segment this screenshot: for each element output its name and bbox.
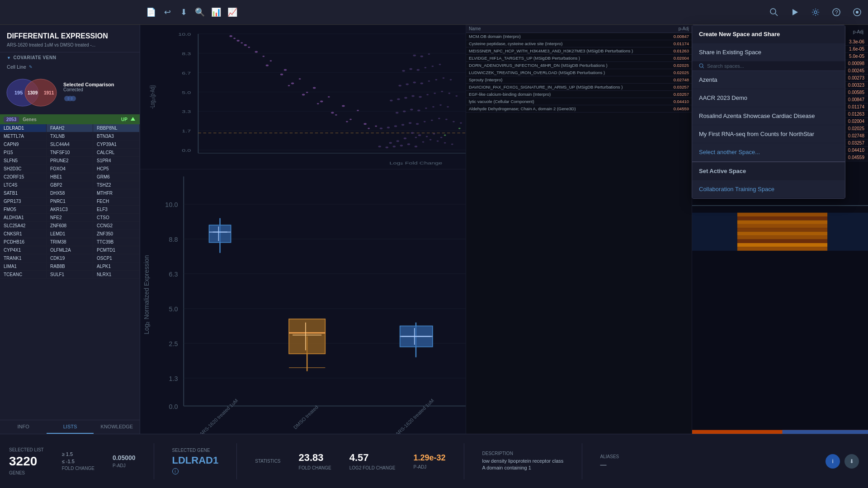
gene-cell[interactable]: SH2D3C xyxy=(0,165,47,173)
knowledge-row[interactable]: EGF-like calcium-binding domain (Interpr… xyxy=(466,91,692,98)
table-row[interactable]: GPR173 PNRC1 FECH xyxy=(0,197,140,206)
settings-icon[interactable] xyxy=(851,6,863,19)
gene-cell[interactable]: CALCRL xyxy=(93,149,140,156)
tab-lists[interactable]: LISTS xyxy=(47,420,93,434)
gene-cell[interactable]: CCNG2 xyxy=(93,222,140,230)
gene-cell[interactable]: HCP5 xyxy=(93,165,140,173)
download-icon[interactable]: ⬇ xyxy=(177,6,190,19)
gene-cell[interactable]: CAPN9 xyxy=(0,141,47,148)
knowledge-row[interactable]: ELVIDGE_HIF1A_TARGETS_UP (MSigDB Perturb… xyxy=(466,55,692,62)
gene-cell[interactable]: NLRX1 xyxy=(93,271,140,278)
table-row[interactable]: C2ORF15 HBE1 GRM6 xyxy=(0,173,140,181)
set-active-space-item[interactable]: Set Active Space xyxy=(692,161,845,180)
share-existing-space-item[interactable]: Share in Existing Space xyxy=(692,43,845,61)
graph-icon[interactable]: 📈 xyxy=(226,6,239,19)
table-row[interactable]: METTL7A TXLNB BTN3A3 xyxy=(0,132,140,141)
gene-cell[interactable]: LIMA1 xyxy=(0,263,47,270)
table-row[interactable]: LDLRAD1 FAAH2 RBBP8NL xyxy=(0,124,140,132)
collaboration-space-item[interactable]: Collaboration Training Space xyxy=(692,180,845,198)
gene-cell[interactable]: BTN3A3 xyxy=(93,132,140,140)
gene-cell[interactable]: FECH xyxy=(93,197,140,205)
gene-cell[interactable]: TXLNB xyxy=(47,132,93,140)
search-toolbar-icon[interactable] xyxy=(768,6,780,19)
knowledge-row[interactable]: MEISSNER_NPC_HCP_WITH_H3K4ME3_AND_H3K27M… xyxy=(466,47,692,55)
download-circle-icon[interactable]: ⬇ xyxy=(844,454,859,469)
gene-cell[interactable]: LEMD1 xyxy=(47,230,93,238)
gene-cell[interactable]: CYP4X1 xyxy=(0,246,47,254)
gene-cell[interactable]: PNRC1 xyxy=(47,197,93,205)
gene-cell[interactable]: SULF1 xyxy=(47,271,93,278)
space-rna-seq[interactable]: My First RNA-seq from Counts for NorthSt… xyxy=(692,125,845,143)
gene-cell[interactable]: TTC39B xyxy=(93,238,140,246)
gene-cell[interactable]: GRM6 xyxy=(93,173,140,181)
table-row[interactable]: SLFN5 PRUNE2 S1PR4 xyxy=(0,157,140,165)
table-row[interactable]: CYP4X1 OLFML2A PCMTD1 xyxy=(0,246,140,254)
gear-icon[interactable] xyxy=(809,6,822,19)
table-row[interactable]: LTC4S GBP2 TSHZ2 xyxy=(0,181,140,189)
table-row[interactable]: LIMA1 RAB8B ALPK1 xyxy=(0,263,140,271)
gene-cell[interactable]: LDLRAD1 xyxy=(0,124,47,132)
space-aacr[interactable]: AACR 2023 Demo xyxy=(692,89,845,107)
gene-cell[interactable]: OSCP1 xyxy=(93,254,140,262)
create-new-space-item[interactable]: Create New Space and Share xyxy=(692,25,845,43)
gene-cell[interactable]: CYP39A1 xyxy=(93,141,140,148)
table-row[interactable]: SATB1 DHX58 MTHFR xyxy=(0,189,140,197)
gene-cell[interactable]: S1PR4 xyxy=(93,157,140,164)
space-rosalind[interactable]: Rosalind Azenta Showcase Cardiac Disease xyxy=(692,107,845,125)
play-icon[interactable] xyxy=(788,6,801,19)
knowledge-row[interactable]: DORN_ADENOVIRUS_INFECTION_48HR_DN (MSigD… xyxy=(466,62,692,69)
gene-cell[interactable]: GPR173 xyxy=(0,197,47,205)
table-row[interactable]: FMO5 AKR1C3 ELF3 xyxy=(0,206,140,214)
gene-cell[interactable]: TNFSF10 xyxy=(47,149,93,156)
gene-cell[interactable]: TCEANC xyxy=(0,271,47,278)
table-row[interactable]: PI15 TNFSF10 CALCRL xyxy=(0,149,140,157)
gene-cell[interactable]: RBBP8NL xyxy=(93,124,140,132)
gene-cell[interactable]: PCDHB16 xyxy=(0,238,47,246)
gene-cell[interactable]: TSHZ2 xyxy=(93,181,140,189)
gene-cell[interactable]: MTHFR xyxy=(93,189,140,197)
gene-cell[interactable]: NFE2 xyxy=(47,214,93,221)
table-row[interactable]: CNKSR1 LEMD1 ZNF350 xyxy=(0,230,140,238)
gene-cell[interactable]: SLFN5 xyxy=(0,157,47,164)
filter-edit-icon[interactable]: ✎ xyxy=(29,65,33,69)
knowledge-row[interactable]: DAVICIONI_PAX_FOXO1_SIGNATURE_IN_ARMS_UP… xyxy=(466,84,692,91)
gene-cell[interactable]: CNKSR1 xyxy=(0,230,47,238)
select-another-space[interactable]: Select another Space... xyxy=(692,143,845,161)
tab-info[interactable]: INFO xyxy=(0,420,47,434)
gene-cell[interactable]: ELF3 xyxy=(93,206,140,213)
knowledge-row[interactable]: LUDWICZEK_TREATING_IRON_OVERLOAD (MSigDB… xyxy=(466,69,692,76)
file-icon[interactable]: 📄 xyxy=(145,6,157,19)
gene-cell[interactable]: PCMTD1 xyxy=(93,246,140,254)
gene-cell[interactable]: SLC44A4 xyxy=(47,141,93,148)
knowledge-row[interactable]: Aldehyde Dehydrogenase; Chain A, domain … xyxy=(466,105,692,113)
gene-cell[interactable]: LTC4S xyxy=(0,181,47,189)
zoom-icon[interactable]: 🔍 xyxy=(193,6,206,19)
gene-cell[interactable]: METTL7A xyxy=(0,132,47,140)
gene-cell[interactable]: CTSO xyxy=(93,214,140,221)
table-row[interactable]: SH2D3C FOXO4 HCP5 xyxy=(0,165,140,173)
gene-cell[interactable]: CDK19 xyxy=(47,254,93,262)
table-row[interactable]: TRANK1 CDK19 OSCP1 xyxy=(0,254,140,263)
table-row[interactable]: PCDHB16 TRIM38 TTC39B xyxy=(0,238,140,246)
gene-cell[interactable]: AKR1C3 xyxy=(47,206,93,213)
gene-cell[interactable]: DHX58 xyxy=(47,189,93,197)
gene-cell[interactable]: SLC25A42 xyxy=(0,222,47,230)
table-row[interactable]: TCEANC SULF1 NLRX1 xyxy=(0,271,140,279)
gene-cell[interactable]: PI15 xyxy=(0,149,47,156)
gene-cell[interactable]: FAAH2 xyxy=(47,124,93,132)
gene-cell[interactable]: TRIM38 xyxy=(47,238,93,246)
undo-icon[interactable]: ↩ xyxy=(161,6,174,19)
gene-cell[interactable]: GBP2 xyxy=(47,181,93,189)
table-row[interactable]: ALDH3A1 NFE2 CTSO xyxy=(0,214,140,222)
gene-cell[interactable]: FOXO4 xyxy=(47,165,93,173)
gene-cell[interactable]: HBE1 xyxy=(47,173,93,181)
gene-cell[interactable]: FMO5 xyxy=(0,206,47,213)
tab-knowledge[interactable]: KNOWLEDGE xyxy=(94,420,140,434)
knowledge-row[interactable]: MCM.OB domain (Interpro) 0.00847 xyxy=(466,33,692,40)
gene-cell[interactable]: ALDH3A1 xyxy=(0,214,47,221)
gene-cell[interactable]: RAB8B xyxy=(47,263,93,270)
gene-cell[interactable]: TRANK1 xyxy=(0,254,47,262)
gene-cell[interactable]: SATB1 xyxy=(0,189,47,197)
knowledge-row[interactable]: Sprouty (Interpro) 0.02748 xyxy=(466,76,692,84)
knowledge-row[interactable]: lytic vacuole (Cellular Component) 0.044… xyxy=(466,98,692,105)
